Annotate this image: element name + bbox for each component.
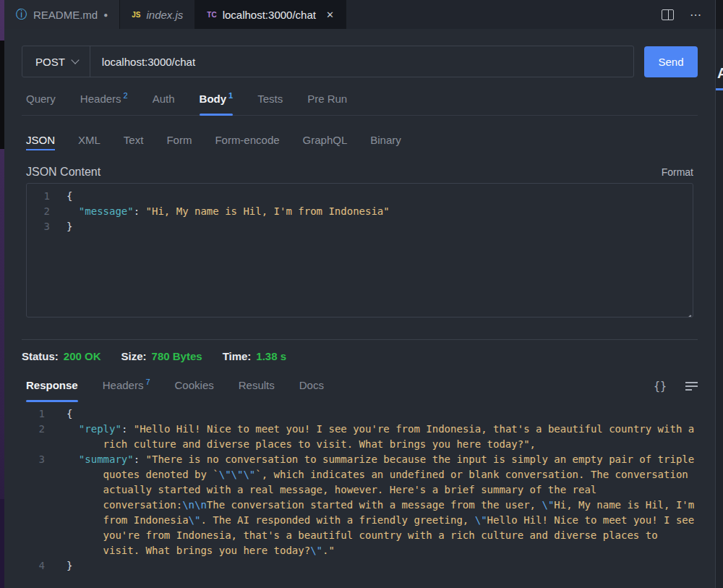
request-section: POST localhost:3000/chat Send Query Head… [4,29,715,340]
tab-form-encode[interactable]: Form-encode [215,134,279,153]
tab-xml[interactable]: XML [78,134,100,153]
line-number: 4 [22,558,67,574]
tab-graphql[interactable]: GraphQL [303,134,348,153]
line-number: 3 [22,452,67,558]
size-label: Size: [121,350,147,362]
close-icon[interactable]: ✕ [326,9,334,20]
tab-readme[interactable]: ⓘ README.md ● [4,0,120,29]
json-content-header: JSON Content Format [22,166,698,179]
code-text: "message": "Hi, My name is Hil, I'm from… [67,204,390,219]
tab-label: README.md [33,9,98,21]
json-content-label: JSON Content [26,166,100,179]
resize-handle[interactable] [684,308,691,315]
response-view-actions: {} [654,380,698,401]
format-button[interactable]: Format [662,166,693,178]
url-input[interactable]: localhost:3000/chat [90,56,633,68]
tab-prerun[interactable]: Pre Run [307,93,347,115]
code-text: { [67,189,103,204]
status-label: Status: [22,350,59,362]
desktop-edge-sliver [0,0,4,588]
line-number: 2 [22,422,67,452]
code-text: } [67,219,103,234]
response-tabs: Response Headers7 Cookies Results Docs {… [22,378,698,401]
desktop-edge-dark [0,41,4,149]
url-box: POST localhost:3000/chat [22,46,634,77]
tab-text[interactable]: Text [124,134,144,153]
response-status-bar: Status:200 OK Size:780 Bytes Time:1.38 s [22,350,698,362]
chevron-down-icon [71,56,79,64]
tab-results[interactable]: Results [239,379,275,401]
code-line: 2 "message": "Hi, My name is Hil, I'm fr… [27,204,693,219]
line-number: 1 [27,189,67,204]
status-value: 200 OK [64,350,101,362]
code-text: { [67,406,103,422]
tab-docs[interactable]: Docs [299,379,324,401]
headers-count-badge: 2 [124,91,128,100]
tab-response-headers[interactable]: Headers7 [103,378,150,401]
code-text: "reply": "Hello Hil! Nice to meet you! I… [67,422,698,452]
tab-form[interactable]: Form [166,134,192,153]
tab-tests[interactable]: Tests [257,93,283,115]
code-text: } [67,558,103,574]
thunder-client-icon: TC [207,11,216,19]
editor-tab-bar: ⓘ README.md ● JS index.js TC localhost:3… [4,0,715,29]
response-section: Status:200 OK Size:780 Bytes Time:1.38 s… [4,340,715,574]
line-number: 2 [27,204,67,219]
code-line: 3} [27,219,693,234]
desktop-edge-dark-bottom [0,499,4,588]
body-type-tabs: JSON XML Text Form Form-encode GraphQL B… [22,127,698,153]
code-line: 4} [22,558,698,574]
split-editor-icon[interactable] [662,9,674,20]
response-headers-count-badge: 7 [145,378,150,386]
request-bar: POST localhost:3000/chat Send [22,46,698,77]
time-label: Time: [223,350,252,362]
tab-indexjs[interactable]: JS index.js [120,0,195,29]
send-button[interactable]: Send [644,46,698,77]
request-body-code: 1{2 "message": "Hi, My name is Hil, I'm … [27,189,693,234]
adjacent-pane-letter: A [717,65,723,82]
tab-auth[interactable]: Auth [153,93,175,115]
adjacent-pane-tab-underline [716,88,723,90]
tab-label: index.js [146,9,183,21]
tab-localhost-chat[interactable]: TC localhost:3000/chat ✕ [195,0,346,29]
adjacent-pane-sliver: A [715,0,723,588]
json-format-icon[interactable]: {} [654,380,667,393]
method-dropdown[interactable]: POST [22,46,90,77]
line-number: 1 [22,406,67,422]
tab-json[interactable]: JSON [26,134,55,153]
more-actions-icon[interactable]: ⋯ [690,8,702,22]
javascript-icon: JS [132,11,140,19]
thunder-client-window: ⓘ README.md ● JS index.js TC localhost:3… [0,0,723,588]
code-text: "summary": "There is no conversation to … [67,452,698,558]
adjacent-pane-tabbar [716,0,723,29]
code-line: 1{ [27,189,693,204]
modified-dot-icon: ● [103,11,108,19]
tab-cookies[interactable]: Cookies [175,379,214,401]
code-line: 1{ [22,406,698,422]
request-tabs: Query Headers2 Auth Body1 Tests Pre Run [22,85,698,116]
tab-headers[interactable]: Headers2 [80,91,128,115]
json-body-editor[interactable]: 1{2 "message": "Hi, My name is Hil, I'm … [26,183,693,318]
body-count-badge: 1 [228,91,233,100]
tabbar-actions: ⋯ [662,0,715,29]
method-label: POST [35,56,65,68]
tab-response[interactable]: Response [26,379,78,401]
tab-body[interactable]: Body1 [200,91,234,115]
tab-label: localhost:3000/chat [223,9,316,21]
tab-binary[interactable]: Binary [370,134,401,153]
editor-pane: ⓘ README.md ● JS index.js TC localhost:3… [4,0,715,588]
raw-text-icon[interactable] [685,382,698,391]
response-body-code[interactable]: 1{2 "reply": "Hello Hil! Nice to meet yo… [22,406,698,574]
code-line: 2 "reply": "Hello Hil! Nice to meet you!… [22,422,698,452]
line-number: 3 [27,219,67,234]
info-icon: ⓘ [16,7,27,22]
size-value: 780 Bytes [152,350,202,362]
code-line: 3 "summary": "There is no conversation t… [22,452,698,558]
tab-query[interactable]: Query [26,93,56,115]
time-value: 1.38 s [256,350,286,362]
